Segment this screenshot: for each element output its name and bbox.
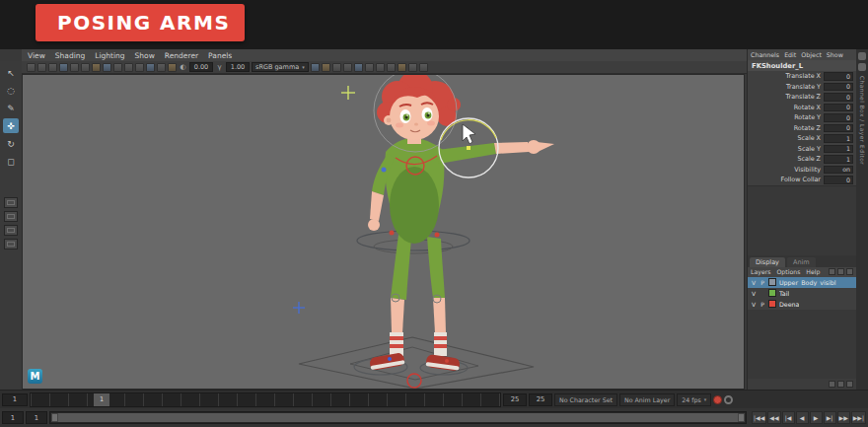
layer-name[interactable]: Deena — [779, 301, 799, 308]
step-back-frame-button[interactable]: ◀◀ — [767, 411, 780, 424]
layer-color-swatch[interactable] — [768, 300, 776, 308]
layer-name[interactable]: Tail — [779, 290, 789, 297]
attr-value[interactable]: 0 — [824, 72, 853, 81]
set-key-icon[interactable] — [724, 395, 733, 404]
menu-view[interactable]: View — [28, 51, 45, 60]
toolbox-toggle-icon[interactable] — [858, 52, 866, 60]
move-layer-up-icon[interactable] — [829, 268, 835, 275]
menu-layers[interactable]: Layers — [751, 268, 770, 275]
selected-object[interactable]: FKShoulder_L — [748, 60, 856, 71]
attr-value[interactable]: 1 — [824, 145, 853, 154]
layer-visibility-toggle[interactable]: V — [751, 290, 757, 297]
attr-value[interactable]: 0 — [824, 104, 853, 112]
ground-control-curves[interactable] — [299, 337, 534, 389]
xray-icon[interactable] — [398, 63, 406, 72]
gate-mask-icon[interactable] — [135, 63, 144, 72]
layout-custom-button[interactable] — [4, 239, 18, 249]
tab-anim[interactable]: Anim — [787, 257, 816, 267]
layer-name[interactable]: Upper_Body_visibl — [779, 279, 836, 286]
menu-shading[interactable]: Shading — [55, 51, 85, 60]
textured-icon[interactable] — [332, 63, 341, 72]
grease-pencil-icon[interactable] — [92, 63, 101, 72]
footer-icon[interactable] — [829, 381, 835, 388]
menu-show[interactable]: Show — [827, 51, 843, 58]
play-forwards-button[interactable]: ▶ — [810, 411, 823, 424]
image-plane-icon[interactable] — [70, 63, 79, 72]
exposure-field[interactable]: 0.00 — [189, 62, 213, 72]
layer-color-swatch[interactable] — [768, 278, 776, 286]
playback-end-field[interactable]: 25 — [529, 393, 552, 406]
lock-camera-icon[interactable] — [37, 63, 46, 72]
grid-toggle-icon[interactable] — [103, 63, 111, 72]
range-slider[interactable] — [49, 411, 747, 424]
range-handle-right[interactable] — [738, 413, 745, 422]
camera-attributes-icon[interactable] — [48, 63, 57, 72]
menu-options[interactable]: Options — [776, 268, 800, 275]
lighting-icon[interactable] — [343, 63, 352, 72]
attribute-editor-toggle-icon[interactable] — [858, 63, 866, 71]
animation-start-field[interactable]: 1 — [2, 411, 24, 424]
menu-edit[interactable]: Edit — [784, 51, 796, 58]
time-slider[interactable]: 1 — [30, 392, 501, 407]
empty-layer-icon[interactable] — [837, 268, 844, 275]
tab-display[interactable]: Display — [750, 257, 785, 267]
menu-lighting[interactable]: Lighting — [95, 51, 124, 60]
gamma-icon[interactable]: γ — [215, 63, 224, 71]
end-time-field[interactable]: 25 — [503, 393, 527, 406]
layer-visibility-toggle[interactable]: V — [751, 279, 757, 286]
menu-object[interactable]: Object — [801, 51, 822, 58]
channel-box-tab[interactable]: Channel Box / Layer Editor — [859, 76, 865, 165]
safe-action-icon[interactable] — [157, 63, 166, 72]
step-forward-key-button[interactable]: ▶| — [824, 411, 836, 424]
step-back-key-button[interactable]: |◀ — [782, 411, 795, 424]
attr-value[interactable]: 0 — [824, 93, 853, 102]
menu-show[interactable]: Show — [135, 51, 155, 60]
character-set-dropdown[interactable]: No Character Set — [554, 393, 617, 406]
new-layer-icon[interactable] — [846, 268, 853, 275]
current-frame-marker[interactable]: 1 — [94, 393, 109, 406]
exposure-icon[interactable]: ◐ — [179, 63, 187, 71]
go-to-end-button[interactable]: ▶▶| — [851, 411, 866, 424]
attr-value[interactable]: 1 — [824, 134, 853, 143]
fps-dropdown[interactable]: 24 fps ▾ — [677, 393, 711, 406]
go-to-start-button[interactable]: |◀◀ — [752, 411, 766, 424]
shadows-icon[interactable] — [354, 63, 363, 72]
motion-blur-icon[interactable] — [376, 63, 385, 72]
two-d-pan-icon[interactable] — [81, 63, 90, 72]
paint-select-tool[interactable]: ✎ — [3, 101, 19, 115]
layer-row[interactable]: V P Deena — [748, 299, 856, 310]
layer-row[interactable]: V Tail — [748, 288, 856, 299]
layer-playback-toggle[interactable]: P — [760, 279, 765, 286]
joints-xray-icon[interactable] — [408, 63, 417, 72]
layer-color-swatch[interactable] — [768, 289, 776, 297]
attr-value[interactable]: on — [824, 166, 853, 175]
move-tool[interactable]: ✜ — [3, 118, 19, 133]
scale-tool[interactable]: ◻ — [3, 154, 19, 169]
layer-playback-toggle[interactable]: P — [760, 301, 765, 308]
shaded-icon[interactable] — [322, 63, 330, 72]
footer-icon[interactable] — [846, 381, 853, 388]
anim-layer-dropdown[interactable]: No Anim Layer — [619, 393, 675, 406]
attr-value[interactable]: 0 — [824, 83, 853, 92]
menu-panels[interactable]: Panels — [208, 51, 232, 60]
viewport[interactable]: M — [22, 74, 745, 390]
playback-start-field[interactable]: 1 — [26, 411, 47, 424]
rotate-tool[interactable]: ↻ — [3, 136, 19, 151]
select-tool[interactable]: ↖ — [3, 65, 19, 80]
layer-row[interactable]: V P Upper_Body_visibl — [748, 277, 856, 288]
layout-persp-outliner-button[interactable] — [4, 225, 18, 236]
film-gate-icon[interactable] — [113, 63, 122, 72]
layout-single-pane-button[interactable] — [4, 197, 18, 208]
attr-value[interactable]: 0 — [824, 124, 853, 133]
auto-key-icon[interactable] — [713, 395, 722, 404]
menu-help[interactable]: Help — [806, 268, 820, 275]
screen-space-ao-icon[interactable] — [365, 63, 374, 72]
footer-icon[interactable] — [837, 381, 844, 388]
attr-value[interactable]: 0 — [824, 176, 853, 184]
resolution-gate-icon[interactable] — [124, 63, 133, 72]
attr-value[interactable]: 1 — [824, 155, 853, 164]
play-backwards-button[interactable]: ◀ — [796, 411, 809, 424]
menu-channels[interactable]: Channels — [751, 51, 779, 58]
range-handle-left[interactable] — [51, 413, 58, 422]
wireframe-icon[interactable] — [311, 63, 320, 72]
